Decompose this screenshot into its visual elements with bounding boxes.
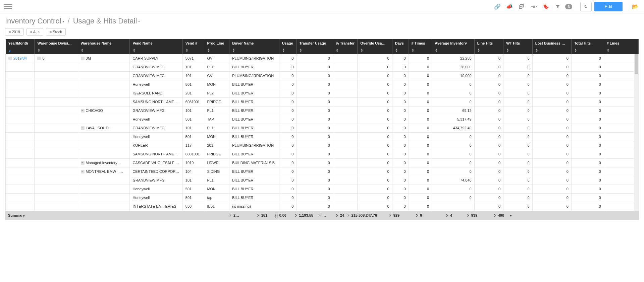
filter-chip[interactable]: = Stock <box>46 28 66 36</box>
column-header-wd[interactable]: Warehouse Divisi…▲▼ <box>35 39 78 54</box>
collapse-icon[interactable]: − <box>8 57 12 60</box>
scrollbar-thumb[interactable] <box>635 54 638 74</box>
column-header-lh[interactable]: Line Hits▲▼ <box>474 39 503 54</box>
table-row[interactable]: −LAVAL SOUTHGRANDVIEW MFG101PL1BILL BUYE… <box>6 124 639 132</box>
cell-wt: 0 <box>503 124 532 132</box>
table-row[interactable]: −CHICAGOGRANDVIEW MFG101PL1BILL BUYER000… <box>6 106 639 115</box>
column-header-nt[interactable]: # Times▲▼ <box>409 39 432 54</box>
table-row[interactable]: Honeywell501tapBILL BUYER0000000000 <box>6 193 639 202</box>
cell-ym <box>6 71 35 80</box>
cell-ym <box>6 80 35 89</box>
collapse-icon[interactable]: − <box>81 109 85 113</box>
column-header-ym[interactable]: Year/Month▼ <box>6 39 35 54</box>
filter-chip[interactable]: = 2019 <box>5 28 24 36</box>
cell-nl <box>604 115 638 124</box>
cell-ou: 0 <box>358 54 392 63</box>
column-header-wn[interactable]: Warehouse Name▲▼ <box>78 39 130 54</box>
bookmark-icon[interactable]: 🔖 <box>541 2 550 11</box>
cell-nl <box>604 141 638 150</box>
column-header-u[interactable]: Usage▲▼ <box>279 39 297 54</box>
cell-d: 0 <box>392 115 409 124</box>
cell-pt <box>333 158 358 167</box>
table-row[interactable]: SAMSUNG NORTH AME…6081001FRIDGEBILL BUYE… <box>6 150 639 158</box>
table-row[interactable]: IGERSOLL RAND201PL2BILL BUYER0000000000 <box>6 89 639 97</box>
cell-vnum: 101 <box>182 63 204 71</box>
table-row[interactable]: Honeywell501MONBILL BUYER0000000000 <box>6 185 639 193</box>
table-row[interactable]: SAMSUNG NORTH AME…6081001FRIDGEBILL BUYE… <box>6 97 639 106</box>
table-row[interactable]: −MONTREAL BMW - …CERTAINTEED CORPOR…104S… <box>6 167 639 176</box>
column-header-lb[interactable]: Lost Business …▲▼ <box>532 39 571 54</box>
cell-wn <box>78 63 130 71</box>
table-row[interactable]: −Managed Inventory…CASCADE WHOLESALE …10… <box>6 158 639 167</box>
column-header-tu[interactable]: Transfer Usage▲▼ <box>297 39 333 54</box>
column-header-ou[interactable]: Overide Usa…▲▼ <box>358 39 392 54</box>
cell-u: 0 <box>279 115 297 124</box>
sigma-icon: Σ <box>467 213 470 218</box>
cell-vnum: 501 <box>182 185 204 193</box>
copy-icon[interactable]: 🗐 <box>517 2 526 11</box>
cell-nt: 0 <box>409 132 432 141</box>
column-header-th[interactable]: Total Hits▲▼ <box>571 39 604 54</box>
cell-d: 0 <box>392 97 409 106</box>
collapse-icon[interactable]: − <box>81 161 85 165</box>
cell-th: 0 <box>571 202 604 211</box>
link-icon[interactable]: 🔗 <box>493 2 502 11</box>
cell-bn: BILL BUYER <box>229 167 279 176</box>
cell-wt: 0 <box>503 185 532 193</box>
table-row[interactable]: Honeywell501TAPBILL BUYER000005,317.4900… <box>6 115 639 124</box>
cell-ai: 28,000 <box>432 63 474 71</box>
filter-icon[interactable] <box>553 2 562 11</box>
collapse-icon[interactable]: − <box>81 57 85 60</box>
cell-pl: MON <box>204 80 229 89</box>
cell-wt: 0 <box>503 115 532 124</box>
cell-wt: 0 <box>503 80 532 89</box>
breadcrumb-current[interactable]: Usage & Hits Detail ▾ <box>73 17 140 25</box>
cell-wd <box>35 141 78 150</box>
cell-pl: FRIDGE <box>204 150 229 158</box>
table-row[interactable]: GRANDVIEW MFG101PL1BILL BUYER0000028,000… <box>6 63 639 71</box>
filter-chip[interactable]: = A, s <box>26 28 43 36</box>
cell-lb: 0 <box>532 54 571 63</box>
column-header-wt[interactable]: WT Hits▲▼ <box>503 39 532 54</box>
column-header-vnum[interactable]: Vend #▲▼ <box>182 39 204 54</box>
announce-icon[interactable]: 📣 <box>505 2 514 11</box>
collapse-icon[interactable]: − <box>37 57 41 60</box>
menu-icon[interactable] <box>4 3 12 11</box>
cell-wt: 0 <box>503 97 532 106</box>
collapse-icon[interactable]: − <box>81 126 85 130</box>
folder-icon[interactable]: 📂 <box>631 2 640 11</box>
cell-vn: GRANDVIEW MFG <box>130 176 182 185</box>
cell-wd <box>35 71 78 80</box>
refresh-button[interactable]: ↻ <box>580 2 592 11</box>
table-row[interactable]: −2019/04−0−3MCARR SUPPLY5071GVPLUMBING/I… <box>6 54 639 63</box>
cell-tu: 0 <box>297 141 333 150</box>
table-row[interactable]: GRANDVIEW MFG101PL1BILL BUYER0000074,040… <box>6 176 639 185</box>
vertical-scrollbar[interactable] <box>634 54 639 211</box>
cell-wt: 0 <box>503 202 532 211</box>
table-row[interactable]: GRANDVIEW MFG101GVPLUMBING/IRRIGATION000… <box>6 71 639 80</box>
cell-tu: 0 <box>297 185 333 193</box>
column-header-ai[interactable]: Average Inventory▲▼ <box>432 39 474 54</box>
column-header-d[interactable]: Days▲▼ <box>392 39 409 54</box>
cell-ou: 0 <box>358 141 392 150</box>
column-header-bn[interactable]: Buyer Name▲▼ <box>229 39 279 54</box>
column-header-vn[interactable]: Vend Name▲▼ <box>130 39 182 54</box>
cell-pl: SIDING <box>204 167 229 176</box>
year-month-link[interactable]: 2019/04 <box>13 56 27 60</box>
cell-wt: 0 <box>503 63 532 71</box>
chevron-down-icon[interactable]: ▼ <box>509 214 512 217</box>
export-icon[interactable]: ⇥▾ <box>529 2 538 11</box>
table-row[interactable]: Honeywell501MONBILL BUYER0000000000 <box>6 132 639 141</box>
cell-wt: 0 <box>503 71 532 80</box>
collapse-icon[interactable]: − <box>81 170 85 173</box>
column-header-nl[interactable]: # Lines▲▼ <box>604 39 638 54</box>
edit-button[interactable]: Edit <box>594 2 623 11</box>
cell-th: 0 <box>571 106 604 115</box>
table-row[interactable]: Honeywell501MONBILL BUYER0000000000 <box>6 80 639 89</box>
column-header-pl[interactable]: Prod Line▲▼ <box>204 39 229 54</box>
table-row[interactable]: KOHLER117201PLUMBING/IRRIGATION000000000… <box>6 141 639 150</box>
table-row[interactable]: INTERSTATE BATTERIES850IB01(is missing)0… <box>6 202 639 211</box>
cell-u: 0 <box>279 141 297 150</box>
breadcrumb-parent[interactable]: Inventory Control ▾ <box>5 17 64 25</box>
column-header-pt[interactable]: % Transfer▲▼ <box>333 39 358 54</box>
